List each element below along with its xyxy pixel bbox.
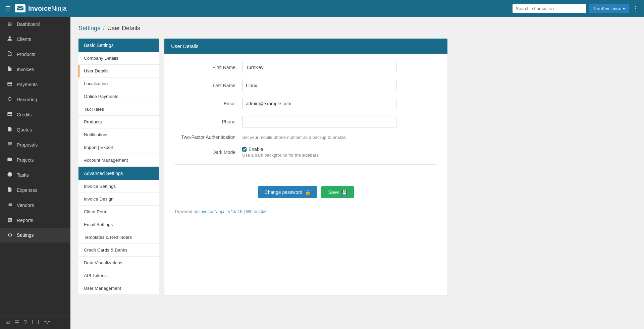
credits-icon	[7, 111, 13, 118]
sidebar-item-tasks[interactable]: Tasks	[0, 167, 70, 182]
lock-icon: 🔒	[305, 189, 311, 195]
sidebar-item-vendors[interactable]: Vendors	[0, 198, 70, 213]
dark-mode-label: Dark Mode	[175, 150, 242, 155]
last-name-input[interactable]	[242, 80, 396, 91]
sidebar-item-label: Vendors	[17, 203, 34, 208]
basic-settings-section: Basic Settings	[78, 39, 159, 52]
user-menu-button[interactable]: TurnKey Linux ▾	[589, 4, 629, 13]
settings-nav-credit-cards-banks[interactable]: Credit Cards & Banks	[78, 244, 159, 257]
sidebar-item-label: Tasks	[17, 172, 29, 178]
sidebar-item-settings[interactable]: ⚙ Settings	[0, 228, 70, 242]
settings-nav-online-payments[interactable]: Online Payments	[78, 90, 159, 103]
settings-nav-tax-rates[interactable]: Tax Rates	[78, 103, 159, 116]
breadcrumb-current: User Details	[107, 25, 140, 32]
topnav: ☰ InvoiceNinja TurnKey Linux ▾ ⋮	[0, 0, 644, 17]
settings-nav-data-visualizations[interactable]: Data Visualizations	[78, 257, 159, 269]
github-icon[interactable]: ⌥	[44, 319, 50, 326]
first-name-row: First Name	[175, 62, 437, 73]
clients-icon	[7, 36, 13, 42]
payments-icon	[7, 81, 13, 88]
footer: Powered by Invoice Ninja - v4.5.19 | Whi…	[164, 206, 447, 219]
sidebar-item-projects[interactable]: Projects	[0, 152, 70, 167]
email-input[interactable]	[242, 98, 396, 109]
settings-nav-products[interactable]: Products	[78, 116, 159, 128]
invoice-ninja-link[interactable]: Invoice Ninja - v4.5.19	[199, 209, 243, 214]
sidebar-item-invoices[interactable]: Invoices	[0, 62, 70, 77]
more-options-icon[interactable]: ⋮	[632, 4, 639, 12]
white-label-link[interactable]: White label	[246, 209, 268, 214]
sidebar-item-dashboard[interactable]: ⊞ Dashboard	[0, 17, 70, 32]
footer-separator: |	[244, 209, 246, 214]
sidebar-item-label: Invoices	[17, 67, 34, 72]
sidebar-item-label: Dashboard	[17, 21, 40, 27]
recurring-icon	[7, 96, 13, 103]
sidebar-item-label: Settings	[17, 232, 34, 238]
sidebar-item-label: Reports	[17, 218, 33, 223]
vendors-icon	[7, 202, 13, 208]
last-name-row: Last Name	[175, 80, 437, 91]
sidebar-bottom: ✉ ☰ ? f t ⌥	[0, 316, 70, 329]
settings-nav-user-management[interactable]: User Management	[78, 282, 159, 295]
save-icon: 💾	[341, 189, 347, 195]
settings-nav-import-export[interactable]: Import | Export	[78, 141, 159, 154]
settings-nav-company-details[interactable]: Company Details	[78, 52, 159, 65]
settings-nav-notifications[interactable]: Notifications	[78, 128, 159, 141]
facebook-icon[interactable]: f	[32, 319, 33, 326]
sidebar-item-quotes[interactable]: Quotes	[0, 122, 70, 137]
form-panel-header: User Details	[164, 39, 447, 54]
change-password-button[interactable]: Change password 🔒	[258, 186, 318, 198]
email-icon[interactable]: ✉	[5, 319, 10, 326]
sidebar-item-credits[interactable]: Credits	[0, 107, 70, 122]
content-area: Settings / User Details Basic Settings C…	[70, 17, 644, 329]
sidebar-item-label: Products	[17, 52, 35, 57]
settings-icon: ⚙	[7, 232, 13, 238]
twitter-icon[interactable]: t	[38, 319, 39, 326]
help-icon[interactable]: ?	[24, 319, 27, 326]
reports-icon	[7, 217, 13, 223]
save-button[interactable]: Save 💾	[321, 186, 354, 198]
settings-nav-email-settings[interactable]: Email Settings	[78, 218, 159, 231]
settings-nav-user-details[interactable]: User Details	[78, 65, 159, 77]
settings-nav-account-management[interactable]: Account Management	[78, 154, 159, 167]
settings-nav-templates-reminders[interactable]: Templates & Reminders	[78, 231, 159, 244]
settings-nav-client-portal[interactable]: Client Portal	[78, 206, 159, 218]
email-row: Email	[175, 98, 437, 109]
dropdown-icon: ▾	[623, 6, 625, 11]
sidebar-item-label: Quotes	[17, 127, 32, 132]
sidebar-item-payments[interactable]: Payments	[0, 77, 70, 92]
logo-text: InvoiceNinja	[28, 5, 67, 12]
hamburger-menu[interactable]: ☰	[5, 5, 11, 12]
dashboard-icon: ⊞	[7, 21, 13, 27]
sidebar: ⊞ Dashboard Clients Products Invoices	[0, 17, 70, 329]
settings-nav-api-tokens[interactable]: API Tokens	[78, 269, 159, 282]
first-name-input[interactable]	[242, 62, 396, 73]
sidebar-item-label: Credits	[17, 112, 32, 117]
settings-nav-invoice-settings[interactable]: Invoice Settings	[78, 180, 159, 193]
settings-nav: Basic Settings Company Details User Deta…	[78, 39, 159, 295]
form-divider	[175, 164, 437, 165]
sidebar-item-expenses[interactable]: Expenses	[0, 182, 70, 198]
settings-nav-invoice-design[interactable]: Invoice Design	[78, 193, 159, 206]
quotes-icon	[7, 126, 13, 133]
sidebar-item-reports[interactable]: Reports	[0, 213, 70, 228]
list-icon[interactable]: ☰	[14, 319, 19, 326]
sidebar-item-recurring[interactable]: Recurring	[0, 92, 70, 107]
email-label: Email	[175, 101, 242, 106]
sidebar-item-clients[interactable]: Clients	[0, 32, 70, 47]
sidebar-item-label: Payments	[17, 82, 38, 87]
phone-row: Phone	[175, 116, 437, 127]
dark-mode-helper: Use a dark background for the sidebars	[242, 153, 319, 158]
settings-nav-localization[interactable]: Localization	[78, 77, 159, 90]
sidebar-item-proposals[interactable]: Proposals	[0, 137, 70, 152]
breadcrumb-separator: /	[103, 25, 105, 32]
search-input[interactable]	[513, 4, 586, 13]
dark-mode-row: Dark Mode Enable Use a dark background f…	[175, 147, 437, 158]
expenses-icon	[7, 187, 13, 193]
logo: InvoiceNinja	[15, 4, 513, 12]
sidebar-item-products[interactable]: Products	[0, 47, 70, 62]
dark-mode-checkbox[interactable]	[242, 147, 247, 152]
projects-icon	[7, 157, 13, 163]
two-factor-row: Two-Factor Authentication Set your mobil…	[175, 134, 437, 140]
breadcrumb-settings-link[interactable]: Settings	[78, 25, 100, 32]
phone-input[interactable]	[242, 116, 396, 127]
